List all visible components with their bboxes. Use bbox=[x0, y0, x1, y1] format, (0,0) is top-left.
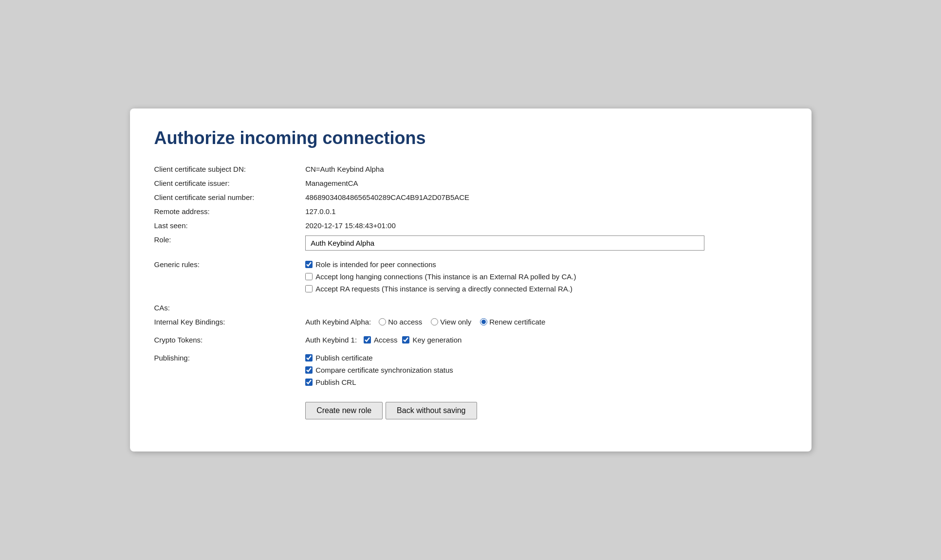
cert-subject-label: Client certificate subject DN: bbox=[154, 162, 306, 176]
last-seen-value: 2020-12-17 15:48:43+01:00 bbox=[305, 218, 787, 233]
last-seen-row: Last seen: 2020-12-17 15:48:43+01:00 bbox=[154, 218, 787, 233]
crypto-tokens-cell: Auth Keybind 1: Access Key generation bbox=[305, 329, 787, 347]
publishing-label: Publishing: bbox=[154, 347, 306, 389]
remote-address-row: Remote address: 127.0.0.1 bbox=[154, 204, 787, 218]
peer-connections-checkbox[interactable] bbox=[305, 261, 313, 268]
crypto-token-name: Auth Keybind 1: bbox=[305, 336, 357, 344]
key-generation-label: Key generation bbox=[412, 336, 461, 344]
button-row: Create new role Back without saving bbox=[305, 402, 783, 419]
peer-connections-label: Role is intended for peer connections bbox=[315, 260, 436, 269]
key-generation-checkbox[interactable] bbox=[402, 336, 409, 343]
buttons-label-cell bbox=[154, 389, 306, 422]
publish-cert-checkbox[interactable] bbox=[305, 354, 313, 361]
cert-issuer-value: ManagementCA bbox=[305, 176, 787, 190]
long-hanging-checkbox[interactable] bbox=[305, 273, 313, 280]
crypto-tokens-label: Crypto Tokens: bbox=[154, 329, 306, 347]
cas-label: CAs: bbox=[154, 296, 306, 315]
compare-sync-checkbox[interactable] bbox=[305, 366, 313, 374]
view-only-radio[interactable] bbox=[431, 318, 438, 325]
crypto-tokens-row: Crypto Tokens: Auth Keybind 1: Access Ke… bbox=[154, 329, 787, 347]
page-title: Authorize incoming connections bbox=[154, 128, 787, 148]
publish-crl-row[interactable]: Publish CRL bbox=[305, 378, 783, 386]
cert-serial-row: Client certificate serial number: 486890… bbox=[154, 190, 787, 204]
ikb-name: Auth Keybind Alpha: bbox=[305, 318, 371, 326]
buttons-row: Create new role Back without saving bbox=[154, 389, 787, 422]
view-only-option[interactable]: View only bbox=[431, 318, 471, 326]
main-card: Authorize incoming connections Client ce… bbox=[130, 108, 812, 452]
cas-cell bbox=[305, 296, 787, 315]
no-access-radio[interactable] bbox=[379, 318, 386, 325]
internal-key-bindings-row: Internal Key Bindings: Auth Keybind Alph… bbox=[154, 315, 787, 329]
publish-crl-label: Publish CRL bbox=[315, 378, 356, 386]
role-row: Role: bbox=[154, 233, 787, 253]
cert-subject-row: Client certificate subject DN: CN=Auth K… bbox=[154, 162, 787, 176]
generic-rules-group: Role is intended for peer connections Ac… bbox=[305, 260, 783, 293]
generic-rules-cell: Role is intended for peer connections Ac… bbox=[305, 253, 787, 296]
cas-row: CAs: bbox=[154, 296, 787, 315]
publish-crl-checkbox[interactable] bbox=[305, 379, 313, 386]
internal-key-bindings-label: Internal Key Bindings: bbox=[154, 315, 306, 329]
crypto-tokens-group: Auth Keybind 1: Access Key generation bbox=[305, 336, 783, 344]
cert-issuer-label: Client certificate issuer: bbox=[154, 176, 306, 190]
cert-subject-value: CN=Auth Keybind Alpha bbox=[305, 162, 787, 176]
compare-sync-label: Compare certificate synchronization stat… bbox=[315, 366, 453, 374]
remote-address-label: Remote address: bbox=[154, 204, 306, 218]
peer-connections-row[interactable]: Role is intended for peer connections bbox=[305, 260, 783, 269]
no-access-label: No access bbox=[388, 318, 422, 326]
remote-address-value: 127.0.0.1 bbox=[305, 204, 787, 218]
key-generation-row[interactable]: Key generation bbox=[402, 336, 461, 344]
publishing-cell: Publish certificate Compare certificate … bbox=[305, 347, 787, 389]
role-cell bbox=[305, 233, 787, 253]
publishing-row: Publishing: Publish certificate Compare … bbox=[154, 347, 787, 389]
publish-cert-label: Publish certificate bbox=[315, 354, 373, 362]
internal-key-bindings-group: Auth Keybind Alpha: No access View only … bbox=[305, 318, 783, 326]
access-row[interactable]: Access bbox=[364, 336, 397, 344]
renew-cert-radio[interactable] bbox=[480, 318, 487, 325]
long-hanging-row[interactable]: Accept long hanging connections (This in… bbox=[305, 272, 783, 281]
accept-ra-checkbox[interactable] bbox=[305, 285, 313, 292]
cert-issuer-row: Client certificate issuer: ManagementCA bbox=[154, 176, 787, 190]
access-checkbox[interactable] bbox=[364, 336, 371, 343]
cert-serial-value: 486890340848656540289CAC4B91A2D07B5ACE bbox=[305, 190, 787, 204]
accept-ra-row[interactable]: Accept RA requests (This instance is ser… bbox=[305, 285, 783, 293]
publish-cert-row[interactable]: Publish certificate bbox=[305, 354, 783, 362]
buttons-cell: Create new role Back without saving bbox=[305, 389, 787, 422]
internal-key-bindings-cell: Auth Keybind Alpha: No access View only … bbox=[305, 315, 787, 329]
accept-ra-label: Accept RA requests (This instance is ser… bbox=[315, 285, 572, 293]
publishing-group: Publish certificate Compare certificate … bbox=[305, 354, 783, 386]
access-label: Access bbox=[374, 336, 397, 344]
renew-cert-label: Renew certificate bbox=[489, 318, 545, 326]
cert-serial-label: Client certificate serial number: bbox=[154, 190, 306, 204]
role-label: Role: bbox=[154, 233, 306, 253]
renew-cert-option[interactable]: Renew certificate bbox=[480, 318, 545, 326]
info-table: Client certificate subject DN: CN=Auth K… bbox=[154, 162, 787, 422]
generic-rules-label: Generic rules: bbox=[154, 253, 306, 296]
no-access-option[interactable]: No access bbox=[379, 318, 422, 326]
back-without-saving-button[interactable]: Back without saving bbox=[386, 402, 477, 419]
view-only-label: View only bbox=[440, 318, 471, 326]
role-input[interactable] bbox=[305, 235, 704, 251]
compare-sync-row[interactable]: Compare certificate synchronization stat… bbox=[305, 366, 783, 374]
last-seen-label: Last seen: bbox=[154, 218, 306, 233]
generic-rules-row: Generic rules: Role is intended for peer… bbox=[154, 253, 787, 296]
long-hanging-label: Accept long hanging connections (This in… bbox=[315, 272, 576, 281]
create-new-role-button[interactable]: Create new role bbox=[305, 402, 383, 419]
